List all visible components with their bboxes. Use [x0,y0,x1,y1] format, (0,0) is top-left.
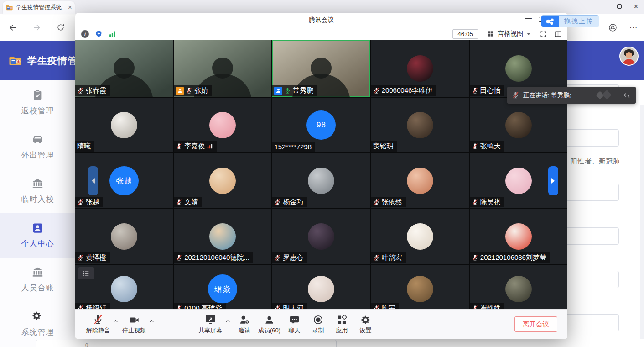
participant-avatar [308,223,334,250]
view-mode-label: 宫格视图 [498,30,523,38]
participant-tile[interactable]: 98152****7298 [272,98,370,152]
clipboard-check-icon [31,89,44,101]
tab-favicon-icon [5,4,13,11]
chevron-up-icon[interactable] [113,318,119,324]
reply-arrow-icon[interactable] [622,91,631,100]
participant-tile[interactable]: 珺焱0100 高珺焱 [174,265,271,309]
browser-tabstrip: 学生疫情管控系统 ✕ — ✕ [0,0,644,14]
participant-tile[interactable]: 陈昊祺 [470,153,567,208]
share-screen-icon [204,314,216,325]
participant-tile[interactable]: 张鸣天 [470,98,567,152]
mic-muted-icon [176,254,182,261]
security-shield-icon[interactable] [95,30,103,38]
reload-button[interactable] [56,22,66,32]
control-label: 设置 [359,326,371,335]
sidebar-item-5[interactable]: 人员台账 [0,258,75,302]
meeting-minimize-button[interactable]: — [525,14,532,21]
view-mode-button[interactable]: 宫格视图 [485,28,533,39]
participant-tile[interactable]: 明大河 [272,265,370,309]
participant-tile[interactable]: 20060046李唯伊 [371,40,469,97]
mic-muted-icon [77,254,84,261]
participant-name: 文婧 [184,198,198,206]
chat-icon [288,314,300,325]
chevron-up-icon[interactable] [149,318,155,324]
control-chat[interactable]: 聊天 [282,314,306,335]
right-triangle-icon [551,178,555,184]
control-camera[interactable]: 停止视频 [120,314,148,335]
sidebar-item-3[interactable]: 临时入校 [0,169,75,213]
participant-tile[interactable]: 杨绍轩 [75,265,173,309]
window-close-button[interactable]: ✕ [634,4,639,10]
list-overlay-icon[interactable] [78,267,94,279]
participant-tile[interactable]: 常秀鹏 [272,40,370,97]
form-input[interactable] [567,271,619,288]
participant-avatar [308,276,334,302]
form-input[interactable] [567,184,619,201]
participant-tile[interactable]: 罗惠心 [272,209,370,264]
participant-tile[interactable]: 崔静姝 [470,265,567,309]
carousel-prev-button[interactable] [88,166,98,195]
leave-meeting-button[interactable]: 离开会议 [514,316,557,332]
meeting-controls: 解除静音停止视频共享屏幕邀请成员(60)聊天录制应用设置 [84,310,514,339]
mic-muted-icon [176,143,182,150]
gear-icon [31,310,44,323]
participant-tile[interactable]: 张婧 [174,40,271,97]
participant-tile[interactable]: 窦铭玥 [371,98,469,152]
participant-tile[interactable]: 张依然 [371,153,469,208]
drag-upload-button[interactable]: 拖拽上传 [541,15,599,27]
sidebar-item-label: 临时入校 [21,194,54,205]
participant-tile[interactable]: 张春霞 [75,40,173,97]
participant-tile[interactable]: 李嘉俊 [174,98,271,152]
control-record[interactable]: 录制 [306,314,330,335]
participant-name: 陈宇 [382,304,395,309]
left-triangle-icon [92,178,95,184]
fullscreen-icon[interactable] [540,30,547,38]
control-invite[interactable]: 邀请 [233,314,256,335]
chevron-up-icon[interactable] [225,318,231,324]
participant-nameplate: 张春霞 [75,85,110,96]
back-button[interactable] [7,22,17,32]
carousel-next-button[interactable] [548,166,558,195]
sidebar-item-4[interactable]: 个人中心 [0,213,75,258]
window-maximize-button[interactable] [617,4,622,9]
form-input[interactable] [567,314,619,331]
tab-close-icon[interactable]: ✕ [68,5,72,11]
participant-tile[interactable]: 文婧 [174,153,271,208]
participant-avatar [505,55,532,82]
meeting-titlebar[interactable]: 腾讯会议 — [75,13,567,27]
form-input[interactable] [567,129,619,147]
control-members[interactable]: 成员(60) [256,314,282,335]
window-minimize-button[interactable]: — [599,4,605,10]
participant-tile[interactable]: 202120106040德院... [174,209,271,264]
sidebar-item-2[interactable]: 外出管理 [0,125,75,169]
participant-name: 杨绍轩 [86,304,106,309]
meeting-info-icon[interactable]: i [81,30,89,38]
control-apps[interactable]: 应用 [330,314,353,335]
forward-button[interactable] [32,22,42,32]
participant-tile[interactable]: 杨金巧 [272,153,370,208]
control-gear[interactable]: 设置 [353,314,377,335]
user-avatar[interactable] [619,47,639,66]
layout-split-icon[interactable] [554,30,562,38]
network-signal-icon[interactable] [109,30,116,38]
control-share-screen[interactable]: 共享屏幕 [197,314,224,335]
participant-nameplate: 田心怡 [470,85,504,96]
extension-icon[interactable] [608,22,618,32]
mic-muted-icon [77,305,84,309]
form-input[interactable] [567,227,619,245]
participant-tile[interactable]: 黄绎橙 [75,209,173,264]
control-mic-muted[interactable]: 解除静音 [84,314,112,335]
participant-tile[interactable]: 陈宇 [371,265,469,309]
browser-tab[interactable]: 学生疫情管控系统 ✕ [3,1,75,14]
participant-tile[interactable]: 张越张越 [75,153,173,208]
blue-person-badge-icon [274,87,282,95]
participant-avatar [407,223,433,250]
participant-tile[interactable]: 隋曦 [75,98,173,152]
browser-menu-icon[interactable]: ⋯ [629,23,638,32]
participant-tile[interactable]: 叶韵宏 [371,209,469,264]
participant-tile[interactable]: 202120106036刘梦莹 [470,209,567,264]
participant-nameplate: 152****7298 [272,142,315,152]
form-input[interactable] [36,340,337,347]
sidebar-item-1[interactable]: 返校管理 [0,80,75,125]
participant-avatar [209,112,236,138]
